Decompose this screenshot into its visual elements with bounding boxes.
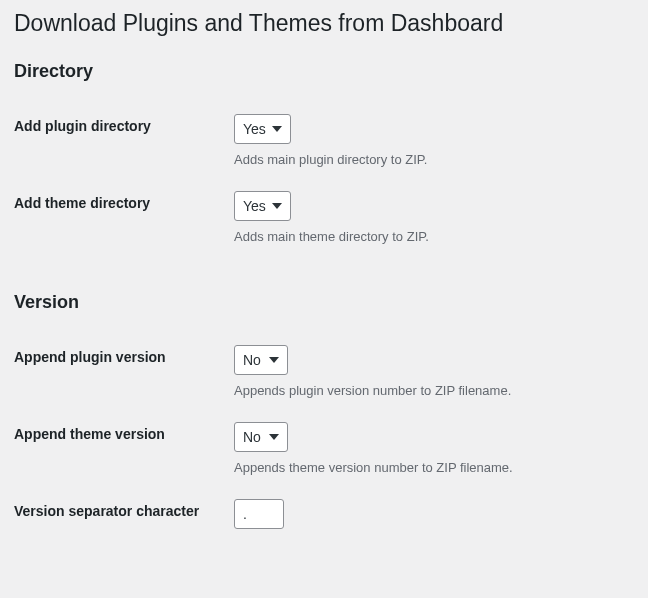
page-title: Download Plugins and Themes from Dashboa…: [14, 10, 628, 37]
row-add-theme-directory: Add theme directory Yes Adds main theme …: [14, 187, 628, 264]
section-heading-version: Version: [14, 292, 628, 313]
label-append-theme-version: Append theme version: [14, 418, 234, 495]
label-add-theme-directory: Add theme directory: [14, 187, 234, 264]
label-add-plugin-directory: Add plugin directory: [14, 110, 234, 187]
select-add-theme-directory[interactable]: Yes: [234, 191, 291, 221]
row-append-theme-version: Append theme version No Appends theme ve…: [14, 418, 628, 495]
select-append-plugin-version[interactable]: No: [234, 345, 288, 375]
section-heading-directory: Directory: [14, 61, 628, 82]
desc-add-theme-directory: Adds main theme directory to ZIP.: [234, 229, 628, 244]
desc-append-plugin-version: Appends plugin version number to ZIP fil…: [234, 383, 628, 398]
row-append-plugin-version: Append plugin version No Appends plugin …: [14, 341, 628, 418]
settings-wrap: Download Plugins and Themes from Dashboa…: [0, 0, 648, 597]
input-version-separator[interactable]: [234, 499, 284, 529]
select-append-theme-version[interactable]: No: [234, 422, 288, 452]
select-add-plugin-directory[interactable]: Yes: [234, 114, 291, 144]
label-version-separator: Version separator character: [14, 495, 234, 549]
directory-settings-table: Add plugin directory Yes Adds main plugi…: [14, 110, 628, 264]
version-settings-table: Append plugin version No Appends plugin …: [14, 341, 628, 549]
desc-add-plugin-directory: Adds main plugin directory to ZIP.: [234, 152, 628, 167]
row-version-separator: Version separator character: [14, 495, 628, 549]
label-append-plugin-version: Append plugin version: [14, 341, 234, 418]
desc-append-theme-version: Appends theme version number to ZIP file…: [234, 460, 628, 475]
row-add-plugin-directory: Add plugin directory Yes Adds main plugi…: [14, 110, 628, 187]
